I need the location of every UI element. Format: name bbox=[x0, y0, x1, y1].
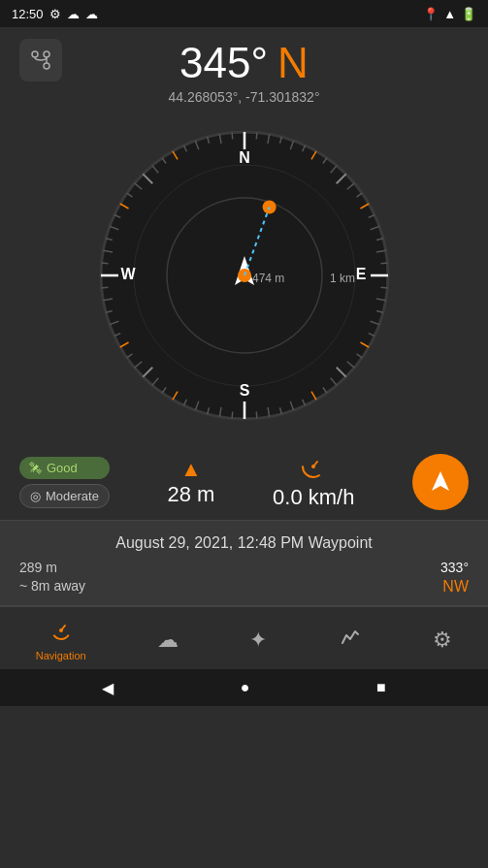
status-bar: 12:50 ⚙ ☁ ☁ 📍 ▲ 🔋 bbox=[0, 0, 488, 27]
heading-direction: N bbox=[277, 39, 309, 87]
nav-item-star[interactable]: ✦ bbox=[238, 624, 278, 657]
compass-canvas bbox=[89, 120, 400, 431]
speed-icon bbox=[301, 454, 326, 485]
heading-row: 345° N bbox=[179, 39, 309, 87]
waypoint-distance: 289 m bbox=[19, 560, 85, 575]
android-recent-button[interactable]: ■ bbox=[376, 679, 386, 696]
speed-section: 0.0 km/h bbox=[273, 454, 354, 510]
svg-point-10 bbox=[59, 628, 63, 632]
status-right: 📍 ▲ 🔋 bbox=[423, 7, 476, 21]
compass-container bbox=[0, 111, 488, 440]
waypoint-right: 333° NW bbox=[440, 560, 469, 595]
waypoint-left: 289 m ~ 8m away bbox=[19, 560, 85, 594]
waypoint-away: ~ 8m away bbox=[19, 578, 85, 594]
bottom-nav: Navigation ☁ ✦ ⚙ bbox=[0, 606, 488, 669]
star-nav-icon: ✦ bbox=[249, 627, 267, 653]
nav-item-navigation[interactable]: Navigation bbox=[24, 615, 98, 665]
battery-icon: 🔋 bbox=[461, 7, 476, 21]
cloud-icon: ☁ bbox=[67, 7, 80, 21]
nav-item-weather[interactable]: ☁ bbox=[146, 624, 190, 657]
route-icon-button[interactable] bbox=[19, 39, 62, 81]
time: 12:50 bbox=[12, 7, 44, 21]
waypoint-bearing: 333° bbox=[440, 560, 469, 575]
waypoint-direction: NW bbox=[442, 578, 469, 595]
location-icon: 📍 bbox=[423, 7, 439, 21]
waypoint-details: 289 m ~ 8m away 333° NW bbox=[19, 560, 469, 595]
status-left: 12:50 ⚙ ☁ ☁ bbox=[12, 7, 98, 21]
wifi-icon: ▲ bbox=[443, 7, 456, 21]
nav-label-navigation: Navigation bbox=[36, 650, 86, 661]
heading-degrees: 345° bbox=[179, 39, 268, 87]
settings-nav-icon: ⚙ bbox=[433, 627, 452, 653]
android-nav: ◀ ● ■ bbox=[0, 669, 488, 706]
waypoint-card: August 29, 2021, 12:48 PM Waypoint 289 m… bbox=[0, 521, 488, 605]
top-header: 345° N 44.268053°, -71.301832° bbox=[0, 27, 488, 111]
waypoint-title: August 29, 2021, 12:48 PM Waypoint bbox=[19, 534, 469, 552]
nav-item-track[interactable] bbox=[327, 622, 374, 659]
moderate-badge: ◎ Moderate bbox=[19, 484, 110, 508]
good-badge: 🛰 Good bbox=[19, 457, 110, 479]
moderate-icon: ◎ bbox=[30, 489, 41, 503]
altitude-value: 28 m bbox=[168, 482, 215, 507]
moderate-label: Moderate bbox=[46, 489, 99, 503]
svg-point-6 bbox=[311, 465, 315, 468]
compass-wrap[interactable] bbox=[89, 120, 400, 431]
info-bar: 🛰 Good ◎ Moderate ▲ 28 m 0.0 km/h bbox=[0, 444, 488, 520]
android-back-button[interactable]: ◀ bbox=[102, 679, 114, 697]
gps-badges: 🛰 Good ◎ Moderate bbox=[19, 457, 110, 508]
altitude-section: ▲ 28 m bbox=[168, 457, 215, 507]
android-home-button[interactable]: ● bbox=[241, 679, 250, 696]
settings-icon: ⚙ bbox=[49, 7, 61, 21]
altitude-icon: ▲ bbox=[180, 457, 202, 482]
navigation-nav-icon bbox=[49, 619, 73, 648]
speed-value: 0.0 km/h bbox=[273, 485, 354, 510]
nav-item-settings[interactable]: ⚙ bbox=[421, 624, 464, 657]
track-nav-icon bbox=[339, 626, 362, 655]
svg-point-1 bbox=[44, 63, 49, 69]
coordinates: 44.268053°, -71.301832° bbox=[169, 89, 320, 105]
weather-nav-icon: ☁ bbox=[157, 627, 179, 653]
navigate-button[interactable] bbox=[412, 454, 469, 510]
svg-point-2 bbox=[44, 51, 49, 57]
good-icon: 🛰 bbox=[29, 461, 42, 475]
good-label: Good bbox=[47, 461, 78, 475]
svg-point-0 bbox=[32, 51, 38, 57]
svg-marker-7 bbox=[432, 471, 449, 491]
cloud2-icon: ☁ bbox=[85, 7, 98, 21]
